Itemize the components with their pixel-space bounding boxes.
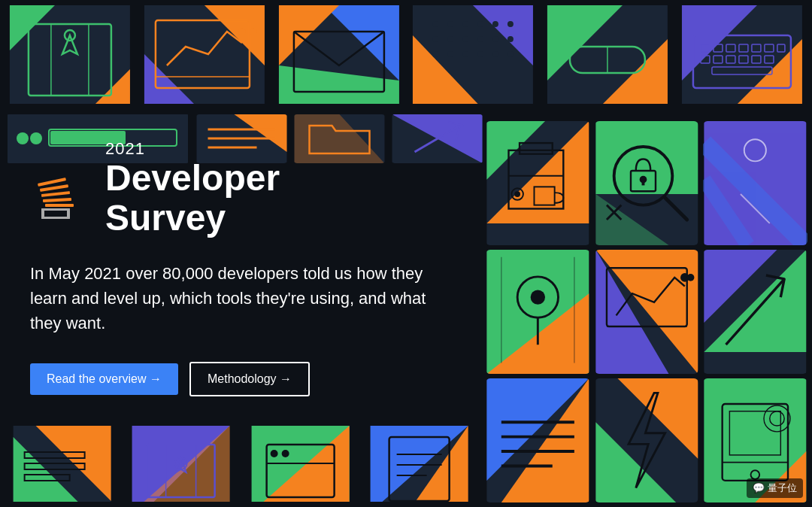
map-icon-cell bbox=[5, 5, 135, 104]
svg-point-26 bbox=[477, 21, 483, 27]
svg-point-39 bbox=[492, 51, 498, 57]
package-icon-cell bbox=[486, 121, 590, 245]
svg-point-13 bbox=[238, 28, 246, 35]
svg-rect-106 bbox=[641, 180, 644, 186]
year-text: 2021 bbox=[105, 139, 280, 159]
svg-point-40 bbox=[508, 51, 514, 57]
mail-icon-cell bbox=[274, 5, 404, 104]
main-content: 2021 Developer Survey In May 2021 over 8… bbox=[0, 117, 489, 419]
svg-point-24 bbox=[447, 21, 453, 27]
svg-rect-85 bbox=[38, 178, 66, 187]
description-text: In May 2021 over 80,000 developers told … bbox=[30, 261, 459, 335]
watermark-text: 量子位 bbox=[768, 482, 797, 493]
title-area: 2021 Developer Survey bbox=[105, 139, 280, 238]
svg-rect-84 bbox=[40, 184, 68, 192]
lock-search-icon-cell bbox=[595, 121, 699, 245]
watermark-badge: 💬 量子位 bbox=[747, 478, 803, 498]
svg-rect-86 bbox=[41, 208, 70, 211]
svg-rect-83 bbox=[41, 191, 70, 197]
svg-point-25 bbox=[462, 21, 468, 27]
svg-point-35 bbox=[432, 51, 438, 57]
pill-icon-cell bbox=[543, 5, 672, 104]
lightning-icon-cell bbox=[595, 378, 699, 502]
bottom-cell-4 bbox=[362, 426, 476, 502]
svg-point-23 bbox=[432, 21, 438, 27]
survey-title: Developer Survey bbox=[105, 159, 280, 238]
watermark-icon: 💬 bbox=[753, 482, 768, 493]
buttons-row: Read the overview → Methodology → bbox=[30, 362, 459, 396]
top-icon-row bbox=[0, 0, 812, 109]
svg-point-37 bbox=[462, 51, 468, 57]
svg-point-14 bbox=[250, 28, 257, 35]
chart2-icon-cell bbox=[595, 250, 699, 374]
read-overview-button[interactable]: Read the overview → bbox=[30, 363, 178, 395]
svg-rect-82 bbox=[43, 198, 71, 202]
svg-marker-100 bbox=[595, 121, 698, 194]
svg-point-172 bbox=[270, 450, 277, 457]
svg-point-38 bbox=[477, 51, 483, 57]
svg-point-30 bbox=[447, 36, 453, 42]
svg-point-28 bbox=[508, 21, 514, 27]
svg-point-34 bbox=[508, 36, 514, 42]
arrow-icon-cell bbox=[703, 250, 807, 374]
chart-icon-cell bbox=[140, 5, 269, 104]
svg-rect-81 bbox=[45, 204, 74, 207]
stripe-icon-cell bbox=[703, 121, 807, 245]
svg-point-32 bbox=[477, 36, 483, 42]
bottom-cell-3 bbox=[244, 426, 357, 502]
bottom-cell-1 bbox=[5, 426, 119, 502]
svg-point-173 bbox=[281, 450, 289, 457]
svg-point-97 bbox=[514, 191, 520, 197]
bottom-cell-2 bbox=[124, 426, 238, 502]
bottom-icon-row bbox=[0, 420, 481, 507]
svg-point-31 bbox=[462, 36, 468, 42]
svg-point-33 bbox=[492, 36, 498, 42]
keyboard-icon-cell bbox=[677, 5, 807, 104]
svg-rect-89 bbox=[41, 217, 70, 219]
svg-point-29 bbox=[432, 36, 438, 42]
map-pin-icon-cell bbox=[486, 250, 590, 374]
svg-point-27 bbox=[492, 21, 498, 27]
methodology-button[interactable]: Methodology → bbox=[189, 362, 310, 396]
svg-point-118 bbox=[531, 290, 545, 304]
dots-icon-cell bbox=[408, 5, 538, 104]
logo-area: 2021 Developer Survey bbox=[30, 139, 459, 238]
svg-point-128 bbox=[686, 274, 694, 281]
right-icon-grid bbox=[481, 117, 812, 507]
survey-logo-icon bbox=[30, 159, 90, 219]
svg-point-36 bbox=[447, 51, 453, 57]
text-lines-icon-cell bbox=[486, 378, 590, 502]
